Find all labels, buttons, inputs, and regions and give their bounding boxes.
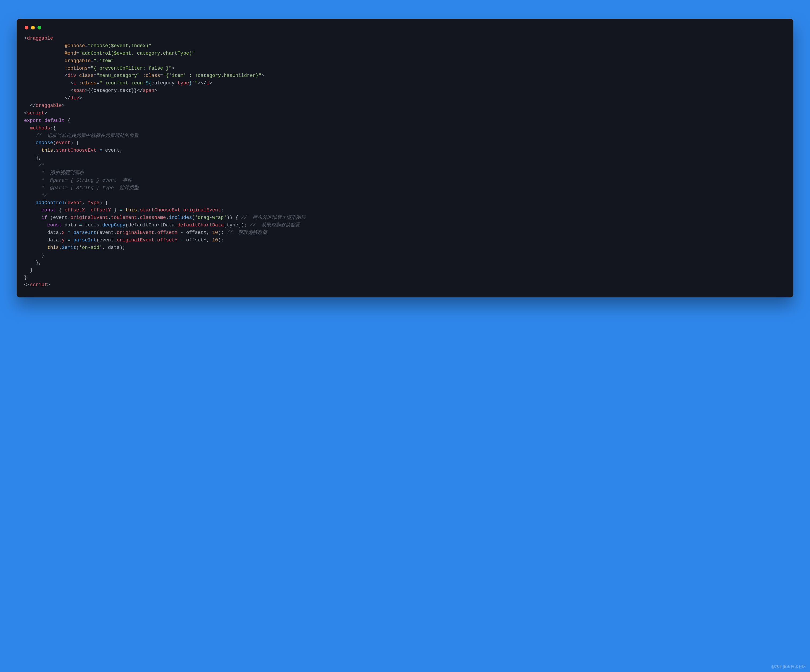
param-event: event xyxy=(56,140,71,145)
code-window: <draggable @choose="choose($event,index)… xyxy=(17,19,793,297)
attr-options: { preventOnFilter: false } xyxy=(93,66,169,71)
doc-p1-name: type xyxy=(102,185,114,191)
watermark-text: @稀土掘金技术社区 xyxy=(771,665,806,669)
attr-choose: choose($event,index) xyxy=(91,43,148,49)
span-expression: {{category.text}} xyxy=(88,88,137,93)
doc-p1-type: String xyxy=(76,185,93,191)
doc-summary: 添加视图到画布 xyxy=(50,170,84,176)
doc-p0-name: event xyxy=(102,178,117,183)
attr-draggable: .item xyxy=(96,58,111,64)
doc-p0-desc: 事件 xyxy=(122,178,132,183)
attr-end: addControl($event, category.chartType) xyxy=(82,51,192,56)
tag-draggable-close: draggable xyxy=(35,103,62,108)
comment-choose: 记录当前拖拽元素中鼠标在元素所处的位置 xyxy=(47,133,139,138)
param-type: type xyxy=(88,200,100,206)
close-icon[interactable] xyxy=(25,26,29,29)
div-class: menu_category xyxy=(100,73,137,78)
window-titlebar xyxy=(24,25,786,35)
div-class-binding: {'item' : !category.hasChildren} xyxy=(166,73,258,78)
doc-p1-desc: 控件类型 xyxy=(120,185,139,191)
param-event2: event xyxy=(68,200,82,206)
code-block: <draggable @choose="choose($event,index)… xyxy=(24,35,786,289)
zoom-icon[interactable] xyxy=(37,26,41,29)
doc-p0-type: String xyxy=(76,178,93,183)
minimize-icon[interactable] xyxy=(31,26,35,29)
tag-draggable: draggable xyxy=(27,35,53,41)
